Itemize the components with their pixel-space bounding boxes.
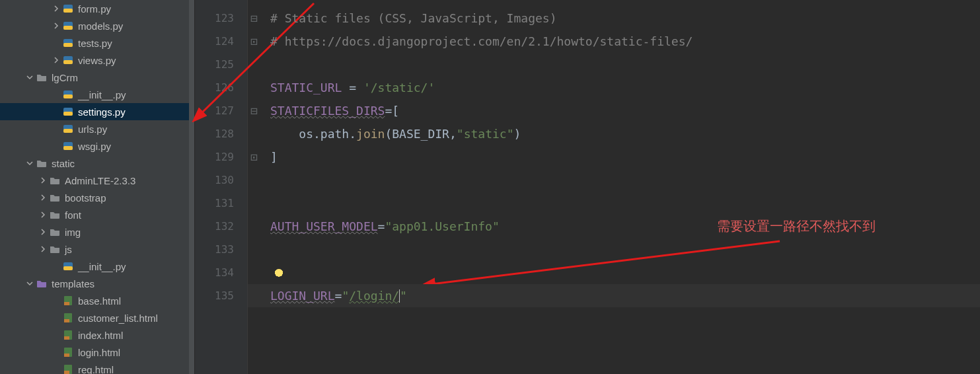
code-line-130[interactable] (248, 168, 980, 192)
chevron-placeholder (52, 262, 61, 271)
tree-folder-img[interactable]: img (0, 223, 194, 241)
tree-file-settings-py[interactable]: settings.py (0, 103, 194, 120)
code-token: AUTH_USER_MODEL (270, 219, 378, 233)
chevron-right-icon[interactable] (52, 4, 61, 13)
code-token: = (335, 289, 342, 303)
tree-item-label: base.html (78, 295, 121, 307)
line-number: 129 (195, 145, 247, 168)
chevron-right-icon[interactable] (38, 227, 48, 237)
code-line-125[interactable] (248, 53, 980, 76)
python-file-icon (62, 140, 74, 152)
chevron-right-icon[interactable] (38, 193, 48, 202)
intention-bulb-icon[interactable] (274, 269, 283, 278)
code-token: join (356, 127, 385, 141)
tree-file-login-html[interactable]: login.html (0, 344, 194, 361)
chevron-right-icon[interactable] (38, 210, 48, 219)
line-number: 133 (195, 238, 247, 261)
chevron-right-icon[interactable] (38, 244, 48, 254)
chevron-right-icon[interactable] (52, 56, 61, 65)
code-token: = (378, 219, 385, 233)
tree-item-label: models.py (78, 20, 123, 32)
python-file-icon (62, 37, 74, 49)
tree-file-reg-html[interactable]: reg.html (0, 361, 194, 374)
code-editor[interactable]: 123124125126127128129130131132133134135 … (195, 0, 980, 374)
chevron-down-icon[interactable] (25, 73, 34, 82)
fold-close-icon[interactable]: ⊡ (250, 30, 260, 53)
html-file-icon (62, 312, 74, 324)
svg-rect-13 (63, 129, 73, 133)
code-line-124[interactable]: ⊡# https://docs.djangoproject.com/en/2.1… (248, 30, 980, 53)
tree-file-wsgi-py[interactable]: wsgi.py (0, 137, 194, 155)
tree-file--init-py[interactable]: __init__.py (0, 258, 194, 275)
code-line-129[interactable]: ⊡] (248, 145, 980, 168)
tree-file--init-py[interactable]: __init__.py (0, 86, 194, 103)
line-number: 123 (195, 7, 247, 30)
chevron-right-icon[interactable] (52, 21, 61, 30)
code-token: =[ (385, 104, 399, 118)
folder-icon (49, 192, 61, 204)
python-file-icon (62, 123, 74, 135)
chevron-down-icon[interactable] (25, 279, 34, 288)
tree-file-models-py[interactable]: models.py (0, 17, 194, 34)
tree-item-label: wsgi.py (78, 141, 111, 152)
folder-icon (49, 243, 61, 255)
tree-file-customer-list-html[interactable]: customer_list.html (0, 309, 194, 326)
tree-item-label: lgCrm (52, 72, 78, 83)
html-file-icon (62, 295, 74, 307)
tree-folder-templates[interactable]: templates (0, 275, 194, 292)
svg-rect-17 (63, 266, 73, 270)
code-token: (BASE_DIR (385, 127, 449, 141)
tree-item-label: urls.py (78, 124, 107, 135)
chevron-down-icon[interactable] (25, 159, 34, 168)
python-file-icon (62, 3, 74, 15)
code-line-135[interactable]: LOGIN_URL="/login/" (248, 284, 980, 307)
code-line-133[interactable] (248, 238, 980, 261)
tree-item-label: AdminLTE-2.3.3 (65, 175, 135, 186)
project-tree-sidebar[interactable]: form.pymodels.pytests.pyviews.pylgCrm__i… (0, 0, 195, 374)
line-number: 130 (195, 168, 247, 192)
code-token: STATICFILES_DIRS (270, 104, 385, 118)
editor-gutter: 123124125126127128129130131132133134135 (195, 0, 248, 374)
tree-file-tests-py[interactable]: tests.py (0, 34, 194, 52)
code-line-134[interactable] (248, 261, 980, 284)
chevron-placeholder (52, 365, 61, 374)
code-line-126[interactable]: STATIC_URL = '/static/' (248, 76, 980, 99)
code-token: " (342, 289, 349, 303)
tree-folder-static[interactable]: static (0, 155, 194, 172)
chevron-placeholder (52, 348, 61, 357)
tree-item-label: reg.html (78, 364, 114, 375)
line-number: 135 (195, 284, 247, 307)
chevron-right-icon[interactable] (38, 176, 48, 185)
tree-folder-bootstrap[interactable]: bootstrap (0, 189, 194, 206)
code-line-123[interactable]: ⊟# Static files (CSS, JavaScript, Images… (248, 7, 980, 30)
line-number: 127 (195, 99, 247, 122)
svg-rect-23 (64, 336, 69, 340)
tree-file-base-html[interactable]: base.html (0, 292, 194, 309)
fold-close-icon[interactable]: ⊡ (250, 145, 260, 168)
python-file-icon (62, 260, 74, 272)
tree-file-form-py[interactable]: form.py (0, 0, 194, 17)
tree-folder-font[interactable]: font (0, 206, 194, 223)
fold-open-icon[interactable]: ⊟ (250, 99, 260, 122)
svg-rect-15 (63, 146, 73, 150)
code-line-128[interactable]: os.path.join(BASE_DIR,"static") (248, 122, 980, 145)
tree-folder-js[interactable]: js (0, 241, 194, 258)
tree-file-urls-py[interactable]: urls.py (0, 120, 194, 137)
code-line-131[interactable] (248, 192, 980, 215)
tree-file-index-html[interactable]: index.html (0, 326, 194, 344)
folder-icon (36, 157, 48, 169)
tree-folder-adminlte-2-3-3[interactable]: AdminLTE-2.3.3 (0, 172, 194, 189)
folder-icon (49, 226, 61, 238)
code-line-132[interactable]: AUTH_USER_MODEL="app01.UserInfo" (248, 215, 980, 238)
editor-code-area[interactable]: 需要设置一路径不然找不到 ⊟# Static files (CSS, JavaS… (248, 0, 980, 374)
fold-open-icon[interactable]: ⊟ (250, 7, 260, 30)
code-line-127[interactable]: ⊟STATICFILES_DIRS=[ (248, 99, 980, 122)
code-token: '/static/' (363, 81, 435, 94)
chevron-placeholder (52, 90, 61, 99)
tree-file-views-py[interactable]: views.py (0, 52, 194, 69)
chevron-placeholder (52, 296, 61, 305)
svg-rect-3 (63, 26, 73, 30)
tree-folder-lgcrm[interactable]: lgCrm (0, 69, 194, 86)
line-number: 131 (195, 192, 247, 215)
tree-item-label: views.py (78, 55, 116, 66)
